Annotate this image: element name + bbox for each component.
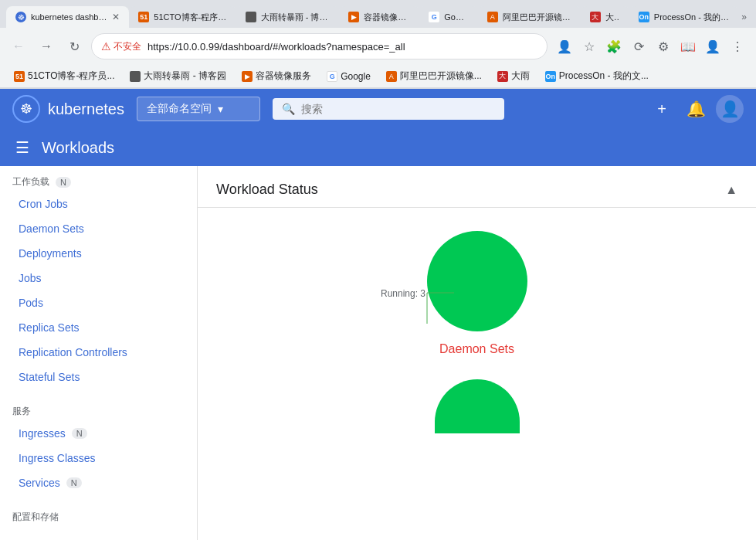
settings-button[interactable]: ⚙	[653, 36, 674, 57]
profile-icon-button[interactable]: 👤	[554, 36, 575, 57]
bookmark-favicon-5: A	[386, 71, 397, 82]
bookmark-7[interactable]: On ProcessOn - 我的文...	[539, 68, 655, 84]
more-options-button[interactable]: ⋮	[727, 36, 748, 57]
namespace-selector[interactable]: 全部命名空间 ▾	[137, 97, 260, 121]
bookmark-favicon-4: G	[327, 71, 337, 82]
sidebar-item-replica-sets[interactable]: Replica Sets	[0, 315, 197, 340]
daemon-sets-chart: Running: 3 Daemon Sets	[427, 231, 527, 356]
bookmark-3[interactable]: ▶ 容器镜像服务	[236, 68, 317, 84]
bookmark-5[interactable]: A 阿里巴巴开源镜像...	[380, 68, 488, 84]
config-storage-section-label: 配置和存储	[12, 511, 59, 524]
daemon-sets-label: Daemon Sets	[19, 222, 84, 235]
bookmark-favicon-7: On	[545, 71, 556, 82]
sidebar-item-cron-jobs[interactable]: Cron Jobs	[0, 192, 197, 216]
replication-controllers-label: Replication Controllers	[19, 346, 127, 358]
refresh-button[interactable]: ↻	[63, 36, 85, 57]
search-input[interactable]	[301, 103, 495, 115]
tab-label-1: 51CTO博客-程序员...	[154, 12, 226, 23]
more-tabs-button[interactable]: »	[738, 10, 750, 24]
add-button[interactable]: +	[648, 95, 676, 123]
sidebar-item-ingress-classes[interactable]: Ingress Classes	[0, 446, 197, 470]
deployments-circle-partial	[435, 379, 520, 433]
sidebar: 工作负载 N Cron Jobs Daemon Sets Deployments…	[0, 166, 198, 540]
sidebar-item-daemon-sets[interactable]: Daemon Sets	[0, 216, 197, 241]
app-header: ☸ kubernetes 全部命名空间 ▾ 🔍 + 🔔 👤	[0, 89, 756, 129]
workloads-section-label: 工作负载	[12, 175, 49, 188]
user-profile-button[interactable]: 👤	[716, 95, 744, 123]
sidebar-item-replication-controllers[interactable]: Replication Controllers	[0, 340, 197, 365]
cron-jobs-label: Cron Jobs	[19, 198, 68, 210]
address-bar[interactable]: ⚠ 不安全 https://10.0.0.99/dashboard/#/work…	[91, 33, 548, 59]
tab-favicon-3: ▶	[348, 12, 359, 22]
back-button[interactable]: ←	[8, 36, 29, 57]
sidebar-item-pods[interactable]: Pods	[0, 290, 197, 315]
jobs-label: Jobs	[19, 272, 42, 284]
active-tab[interactable]: ☸ kubernetes dashboard ✕	[6, 6, 129, 28]
tab-1[interactable]: 51 51CTO博客-程序员...	[129, 6, 236, 28]
bookmark-favicon-6: 大	[497, 71, 508, 82]
hamburger-menu-button[interactable]: ☰	[12, 135, 32, 160]
daemon-sets-chart-visual: Running: 3	[427, 231, 527, 331]
tab-5[interactable]: A 阿里巴巴开源镜像...	[478, 6, 581, 28]
sidebar-item-deployments[interactable]: Deployments	[0, 241, 197, 266]
tab-3[interactable]: ▶ 容器镜像服务	[339, 6, 419, 28]
bookmark-2[interactable]: 大雨转暴雨 - 博客园	[124, 68, 232, 84]
tab-7[interactable]: On ProcessOn - 我的文...	[629, 6, 739, 28]
reading-list-button[interactable]: 📖	[677, 36, 699, 57]
browser-chrome: ☸ kubernetes dashboard ✕ 51 51CTO博客-程序员.…	[0, 0, 756, 89]
forward-button[interactable]: →	[36, 36, 57, 57]
workload-status-title: Workload Status	[216, 182, 318, 198]
tab-2[interactable]: 大雨转暴雨 - 博客园	[236, 6, 340, 28]
bookmark-label-4: Google	[341, 71, 371, 82]
workloads-badge: N	[56, 177, 71, 188]
daemon-sets-annotation-svg: Running: 3	[365, 270, 481, 331]
sidebar-section-workloads: 工作负载 N	[0, 166, 197, 192]
search-bar[interactable]: 🔍	[273, 98, 504, 120]
sidebar-section-config-storage: 配置和存储	[0, 501, 197, 527]
kubernetes-name: kubernetes	[48, 100, 124, 118]
namespace-label: 全部命名空间	[147, 102, 212, 116]
sidebar-item-services[interactable]: Services N	[0, 470, 197, 495]
sync-button[interactable]: ⟳	[628, 36, 649, 57]
bookmark-label-6: 大雨	[511, 70, 530, 83]
bookmark-favicon-3: ▶	[242, 71, 253, 82]
bookmark-favicon-1: 51	[14, 71, 25, 82]
browser-toolbar: ← → ↻ ⚠ 不安全 https://10.0.0.99/dashboard/…	[0, 28, 756, 65]
sidebar-item-stateful-sets[interactable]: Stateful Sets	[0, 365, 197, 389]
pods-label: Pods	[19, 297, 43, 309]
tab-label-5: 阿里巴巴开源镜像...	[503, 12, 571, 23]
sidebar-item-ingresses[interactable]: Ingresses N	[0, 421, 197, 446]
tab-label-2: 大雨转暴雨 - 博客园	[261, 12, 331, 23]
page-header-bar: ☰ Workloads	[0, 129, 756, 166]
notifications-button[interactable]: 🔔	[682, 95, 710, 123]
page-title: Workloads	[42, 139, 114, 157]
security-label: 不安全	[114, 40, 141, 53]
bookmark-star-button[interactable]: ☆	[578, 36, 600, 57]
charts-container: Running: 3 Daemon Sets	[198, 208, 756, 449]
tab-6[interactable]: 大 大雨	[581, 6, 629, 28]
replica-sets-label: Replica Sets	[19, 321, 80, 334]
kubernetes-logo-icon: ☸	[12, 95, 40, 123]
tab-favicon-1: 51	[138, 12, 149, 22]
content-area: Workload Status ▲ Running: 3 Daemon Sets	[198, 166, 756, 540]
extension-puzzle-button[interactable]: 🧩	[603, 36, 625, 57]
bookmark-label-2: 大雨转暴雨 - 博客园	[144, 70, 226, 83]
bookmark-4[interactable]: G Google	[320, 70, 377, 83]
deployments-label: Deployments	[19, 247, 82, 260]
account-button[interactable]: 👤	[702, 36, 724, 57]
tab-label-3: 容器镜像服务	[364, 12, 410, 23]
daemon-sets-chart-label: Daemon Sets	[439, 342, 514, 356]
tab-close-icon[interactable]: ✕	[112, 12, 120, 22]
bookmark-6[interactable]: 大 大雨	[491, 68, 536, 84]
sidebar-item-jobs[interactable]: Jobs	[0, 266, 197, 290]
tab-label-4: Google	[444, 12, 469, 22]
bookmark-1[interactable]: 51 51CTO博客-程序员...	[8, 68, 120, 84]
bookmark-label-3: 容器镜像服务	[256, 70, 311, 83]
k8s-wheel-icon: ☸	[20, 100, 32, 117]
tab-4[interactable]: G Google	[419, 6, 478, 28]
collapse-button[interactable]: ▲	[725, 183, 737, 197]
tab-favicon-5: A	[487, 12, 498, 22]
tab-favicon-6: 大	[590, 12, 601, 22]
deployments-chart	[435, 379, 520, 433]
services-label: Services	[19, 477, 60, 489]
